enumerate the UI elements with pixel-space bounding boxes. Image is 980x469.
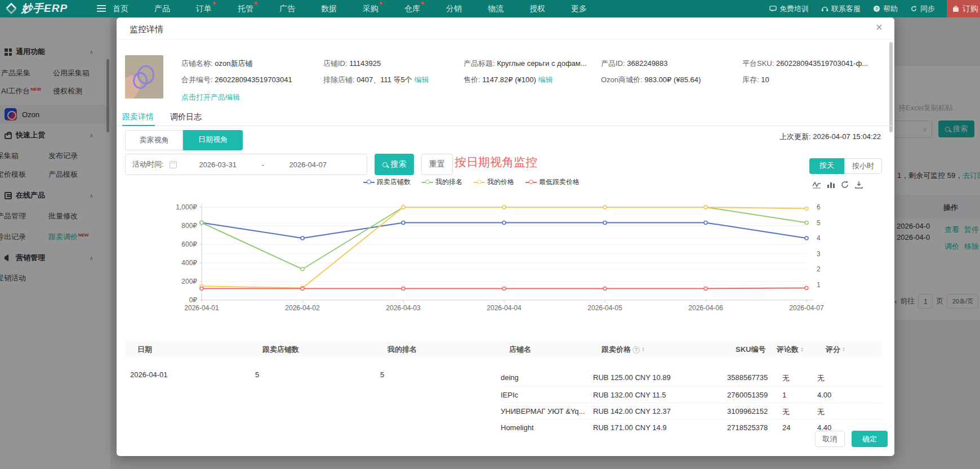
- chart-legend: 跟卖店铺数 我的排名 我的价格 最低跟卖价格: [117, 177, 826, 187]
- bar-chart-icon[interactable]: [826, 180, 835, 189]
- nav-item-ads[interactable]: 广告: [279, 4, 295, 14]
- cell-date: 2026-04-01: [130, 370, 168, 379]
- cell-reviews: 1: [782, 391, 786, 399]
- reset-button[interactable]: 重置: [421, 154, 453, 175]
- tab-price-log[interactable]: 调价日志: [170, 112, 202, 122]
- shop-id-field: 店铺ID: 11143925: [323, 59, 381, 69]
- legend-item-my-rank[interactable]: 我的排名: [422, 177, 462, 187]
- nav-item-more[interactable]: 更多: [571, 4, 587, 14]
- nav-item-warehouse[interactable]: 仓库: [404, 4, 420, 14]
- cell-price: RUB 142.00 CNY 12.37: [593, 407, 671, 416]
- legend-item-my-price[interactable]: 我的价格: [474, 177, 514, 187]
- sort-icon[interactable]: ▲▼: [842, 347, 845, 352]
- date-view-toggle[interactable]: 日期视角: [183, 130, 243, 150]
- cell-price: RUB 125.00 CNY 10.89: [593, 373, 671, 382]
- date-range-picker[interactable]: 活动时间: 2026-03-31 - 2026-04-07: [125, 154, 367, 175]
- notification-dot: [421, 2, 424, 5]
- cell-reviews: 无: [782, 407, 790, 417]
- free-training-link[interactable]: 免费培训: [769, 4, 809, 14]
- row-divider: [505, 403, 882, 403]
- notification-dot: [255, 2, 257, 5]
- close-icon[interactable]: ×: [876, 21, 883, 34]
- col-reviews[interactable]: 评论数▲▼: [777, 345, 804, 355]
- question-icon[interactable]: ?: [632, 346, 640, 354]
- seller-view-toggle[interactable]: 卖家视角: [125, 130, 183, 150]
- svg-text:4: 4: [817, 234, 821, 242]
- shop-name-field: 店铺名称: ozon新店铺: [181, 59, 252, 69]
- svg-text:2026-04-04: 2026-04-04: [487, 304, 522, 312]
- refresh-icon[interactable]: [840, 180, 849, 189]
- download-icon[interactable]: [854, 180, 863, 189]
- col-price[interactable]: 跟卖价格?▲▼: [602, 345, 645, 355]
- modal-tabs: 跟卖详情 调价日志: [117, 110, 894, 126]
- start-date-input[interactable]: 2026-03-31: [181, 160, 255, 169]
- nav-item-distribution[interactable]: 分销: [446, 4, 462, 14]
- legend-item-lowest-price[interactable]: 最低跟卖价格: [525, 177, 580, 187]
- help-link[interactable]: ? 帮助: [873, 4, 898, 14]
- contact-support-link[interactable]: 联系客服: [821, 4, 861, 14]
- ozon-price-field: Ozon商城价: 983.00₽ (¥85.64): [601, 75, 701, 85]
- nav-item-hosting[interactable]: 托管: [238, 4, 253, 14]
- nav-item-product[interactable]: 产品: [154, 4, 170, 14]
- legend-item-follow-count[interactable]: 跟卖店铺数: [363, 177, 411, 187]
- nav-item-authorization[interactable]: 授权: [529, 4, 545, 14]
- brand-name: 妙手ERP: [21, 1, 68, 16]
- confirm-button[interactable]: 确定: [852, 431, 888, 447]
- svg-text:1: 1: [817, 281, 821, 289]
- nav-item-data[interactable]: 数据: [321, 4, 337, 14]
- sort-icon[interactable]: ▲▼: [800, 347, 804, 352]
- cell-reviews: 24: [782, 423, 790, 432]
- cell-price: RUB 132.00 CNY 11.5: [593, 391, 666, 399]
- by-hour-toggle[interactable]: 按小时: [844, 158, 882, 174]
- by-day-toggle[interactable]: 按天: [809, 158, 844, 174]
- sale-price-field: 售价: 1147.82₽ (¥100) 编辑: [464, 75, 553, 85]
- end-date-input[interactable]: 2026-04-07: [271, 160, 345, 169]
- date-separator: -: [255, 160, 271, 169]
- edit-price-link[interactable]: 编辑: [538, 75, 553, 84]
- platform-sku-field: 平台SKU: 2602280943519703041-ф...: [742, 59, 868, 69]
- legend-marker: [422, 182, 433, 183]
- cell-shop: Homelight: [501, 423, 534, 432]
- nav-utilities: 免费培训 联系客服 ? 帮助 同步: [769, 0, 935, 17]
- chat-icon: [769, 5, 777, 12]
- cell-rating: 无: [817, 373, 825, 383]
- nav-item-purchase[interactable]: 采购: [363, 4, 378, 14]
- notification-dot: [213, 2, 216, 5]
- nav-item-orders[interactable]: 订单: [196, 4, 212, 14]
- col-rating[interactable]: 评分▲▼: [826, 345, 845, 355]
- svg-text:600₽: 600₽: [181, 240, 197, 248]
- col-date: 日期: [137, 345, 152, 355]
- svg-text:2026-04-01: 2026-04-01: [184, 304, 219, 312]
- row-divider: [505, 419, 882, 419]
- search-button[interactable]: 搜索: [375, 154, 414, 175]
- tab-follow-detail[interactable]: 跟卖详情: [122, 112, 154, 122]
- edit-excluded-link[interactable]: 编辑: [414, 75, 429, 84]
- brand[interactable]: 妙手ERP: [5, 1, 68, 16]
- svg-text:200₽: 200₽: [181, 278, 197, 285]
- row-divider: [505, 386, 882, 387]
- open-product-edit-link[interactable]: 点击打开产品编辑: [181, 92, 240, 102]
- cancel-button[interactable]: 取消: [815, 431, 845, 447]
- product-thumbnail[interactable]: [125, 55, 163, 99]
- top-nav: 妙手ERP 首页 产品 订单 托管 广告 数据 采购 仓库 分销 物流 授权 更…: [0, 0, 980, 17]
- col-sku: SKU编号: [736, 345, 765, 355]
- cell-sku: 3109962152: [727, 407, 768, 416]
- svg-text:5: 5: [817, 219, 821, 227]
- notification-dot: [380, 2, 382, 5]
- nav-item-home[interactable]: 首页: [113, 4, 128, 14]
- help-icon: ?: [873, 5, 880, 12]
- svg-text:6: 6: [817, 203, 821, 211]
- svg-text:400₽: 400₽: [181, 259, 197, 267]
- col-my-rank: 我的排名: [387, 345, 417, 355]
- svg-text:2026-04-07: 2026-04-07: [789, 304, 824, 312]
- cell-sku: 3588567735: [727, 373, 768, 382]
- svg-text:?: ?: [875, 6, 878, 11]
- nav-item-logistics[interactable]: 物流: [488, 4, 504, 14]
- table-header-row: 日期 跟卖店铺数 我的排名 店铺名 跟卖价格?▲▼ SKU编号 评论数▲▼ 评分…: [125, 340, 882, 358]
- monitor-detail-modal: 监控详情 × 店铺名称: ozon新店铺 店铺ID: 11143925 产品标题…: [117, 17, 894, 456]
- sync-link[interactable]: 同步: [910, 4, 935, 14]
- sort-icon[interactable]: ▲▼: [642, 347, 645, 352]
- menu-toggle-icon[interactable]: [97, 5, 106, 12]
- svg-text:2026-04-03: 2026-04-03: [386, 304, 421, 312]
- order-button[interactable]: 订购: [947, 0, 980, 17]
